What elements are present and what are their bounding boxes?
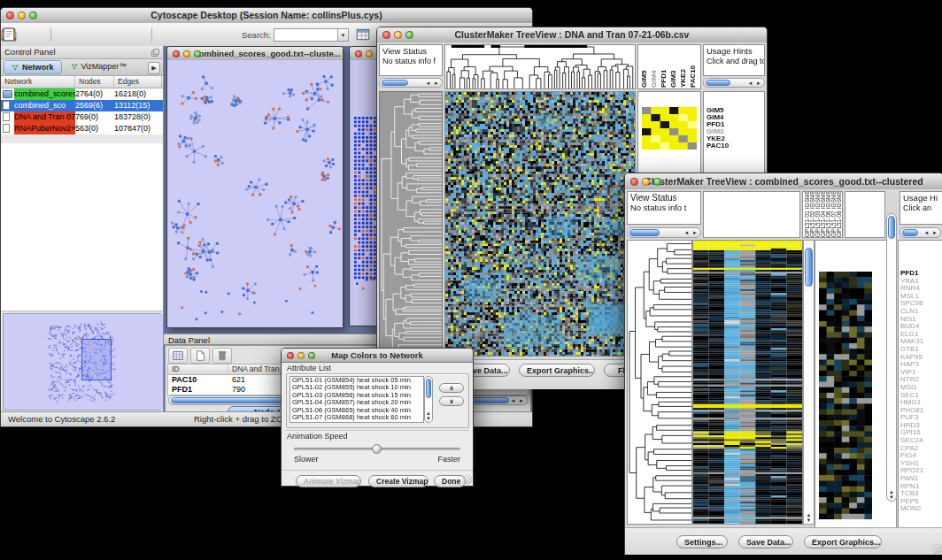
done-button[interactable]: Done <box>434 475 466 487</box>
scroll-arrows-icon[interactable]: ◄ ► <box>747 79 762 87</box>
view-status-hscrollbar[interactable]: ◄ ► <box>627 227 701 238</box>
close-icon[interactable] <box>382 31 390 39</box>
index-button[interactable] <box>355 27 371 42</box>
minimize-icon[interactable] <box>183 50 190 58</box>
save-data-button[interactable]: Save Data... <box>738 535 793 548</box>
gene-label[interactable]: MON2 <box>900 505 923 513</box>
overview-viewport-rect[interactable] <box>81 339 112 380</box>
heatmap-panel[interactable] <box>692 240 803 525</box>
scroll-arrows-icon[interactable]: ◄ ► <box>510 396 525 404</box>
heatmap-canvas[interactable] <box>693 241 802 524</box>
tab-overflow-button[interactable]: ▶ <box>148 62 160 74</box>
animation-speed-label: Animation Speed <box>287 432 348 441</box>
column-label[interactable]: GIM3 <box>669 46 679 88</box>
column-label[interactable]: GIM5 <box>640 46 650 88</box>
heatmap-panel[interactable] <box>444 91 636 357</box>
tab[interactable]: VizMapper™ <box>64 60 135 73</box>
export-graphics-button[interactable]: Export Graphics... <box>519 364 595 377</box>
search-dropdown-arrow-icon[interactable]: ▼ <box>337 28 349 42</box>
control-panel-tabs: Network VizMapper™ ▶ <box>1 59 163 76</box>
row-label[interactable]: PAC10 <box>706 142 729 150</box>
close-icon[interactable] <box>630 178 638 186</box>
zoom-window-icon[interactable] <box>194 50 201 58</box>
column-labels-strip: GIM5GIM4PFD1GIM3YKE2PAC10 <box>637 44 701 89</box>
column-label[interactable]: PAC10 <box>689 46 699 88</box>
new-attribute-button[interactable] <box>190 348 210 364</box>
column-label[interactable]: YKE2 <box>679 46 689 88</box>
network-name: RNAPuberNov2+! <box>14 123 75 134</box>
column-label[interactable]: PFD1 <box>660 46 669 88</box>
usage-hints-hscrollbar[interactable]: ◄ ► <box>900 227 941 238</box>
close-icon[interactable] <box>173 50 180 58</box>
move-down-button[interactable]: ∨ <box>439 396 464 406</box>
column-label[interactable]: GPL51-08 (GSM872) <box>836 191 841 237</box>
table-row[interactable]: combined_scores 2764(0) 16218(0) <box>1 88 163 100</box>
minimize-icon[interactable] <box>297 352 305 359</box>
gene-dendrogram-panel[interactable] <box>379 91 443 357</box>
resize-grip[interactable] <box>932 544 942 554</box>
resize-grip[interactable] <box>462 475 472 485</box>
float-panel-icon[interactable] <box>151 48 160 58</box>
table-row[interactable]: combined_sco 2569(6) 13112(15) <box>1 100 163 111</box>
dialog-titlebar[interactable]: Map Colors to Network <box>282 349 473 363</box>
summary-heatmap-canvas[interactable] <box>819 272 872 519</box>
create-vizmap-button[interactable]: Create Vizmap <box>368 475 429 487</box>
network-nodes-count: 2569(6) <box>75 100 114 111</box>
annotation-button[interactable] <box>1 27 17 42</box>
table-row[interactable]: RNAPuberNov2+! 563(0) 107847(0) <box>1 123 163 134</box>
gene-list-vscrollbar[interactable]: ▲▼ <box>886 213 897 502</box>
scroll-arrows-icon[interactable]: ▲▼ <box>804 512 814 523</box>
tab[interactable]: Network <box>4 60 62 74</box>
slider-thumb[interactable] <box>372 444 382 454</box>
usage-hints-hscrollbar[interactable]: ◄ ► <box>703 78 765 88</box>
view-status-hscrollbar[interactable]: ◄ ► <box>379 78 443 88</box>
table-row[interactable]: DNA and Tran 07 769(0) 183728(0) <box>1 111 163 123</box>
network-overview-panel[interactable] <box>3 313 161 410</box>
correlation-matrix-canvas[interactable] <box>642 107 697 150</box>
separator <box>282 470 473 471</box>
array-dendrogram-panel[interactable] <box>703 191 800 238</box>
scroll-arrows-icon[interactable]: ◄ ► <box>923 228 938 237</box>
network-file-icon <box>3 101 10 110</box>
zoom-window-icon[interactable] <box>405 31 413 39</box>
treeview2-window: ClusterMaker TreeView : combined_scores_… <box>624 173 942 555</box>
gene-dendrogram-canvas[interactable] <box>628 241 691 524</box>
search-input[interactable] <box>274 28 341 42</box>
close-icon[interactable] <box>355 50 362 58</box>
minimize-icon[interactable] <box>18 12 26 19</box>
export-graphics-button[interactable]: Export Graphics... <box>804 535 882 548</box>
heatmap-vscrollbar[interactable]: ▲▼ <box>803 240 815 525</box>
attribute-select-button[interactable] <box>168 348 188 364</box>
close-icon[interactable] <box>6 12 14 19</box>
gene-dendrogram-panel[interactable] <box>627 240 692 525</box>
attribute-list-item[interactable]: GPL51-07 (GSM868) heat shock 60 min <box>290 414 423 421</box>
delete-attribute-button[interactable] <box>212 348 232 364</box>
minimize-icon[interactable] <box>642 178 650 186</box>
minimize-icon[interactable] <box>394 31 402 39</box>
zoom-window-icon[interactable] <box>653 178 661 186</box>
map-colors-dialog: Map Colors to Network Attribute List GPL… <box>281 348 474 487</box>
column-label[interactable]: GIM4 <box>650 46 660 88</box>
array-dendrogram-canvas[interactable] <box>445 45 635 88</box>
network-window-titlebar[interactable]: combined_scores_good.txt--cluste... <box>167 47 343 61</box>
scroll-arrows-icon[interactable]: ▲▼ <box>887 489 896 500</box>
attribute-list-vscrollbar[interactable]: ▲▼ <box>424 376 433 423</box>
minimize-icon[interactable] <box>366 50 373 58</box>
treeview1-titlebar[interactable]: ClusterMaker TreeView : DNA and Tran 07-… <box>377 27 767 43</box>
desktop: Cytoscape Desktop (Session Name: collins… <box>0 0 942 560</box>
move-up-button[interactable]: ∧ <box>439 383 464 393</box>
window-controls[interactable] <box>6 12 37 19</box>
gene-dendrogram-canvas[interactable] <box>380 92 442 356</box>
heatmap-canvas[interactable] <box>445 92 635 356</box>
scroll-arrows-icon[interactable]: ◄ ► <box>683 228 699 237</box>
cytoscape-titlebar[interactable]: Cytoscape Desktop (Session Name: collins… <box>1 8 532 24</box>
network-canvas[interactable] <box>167 60 341 326</box>
zoom-window-icon[interactable] <box>308 352 315 359</box>
treeview2-titlebar[interactable]: ClusterMaker TreeView : combined_scores_… <box>625 173 942 190</box>
array-dendrogram-panel[interactable] <box>444 44 636 89</box>
close-icon[interactable] <box>287 352 294 359</box>
scroll-arrows-icon[interactable]: ◄ ► <box>425 79 440 87</box>
settings-button[interactable]: Settings... <box>676 535 728 548</box>
zoom-window-icon[interactable] <box>29 12 37 19</box>
scroll-arrows-icon[interactable]: ▲▼ <box>425 410 432 421</box>
